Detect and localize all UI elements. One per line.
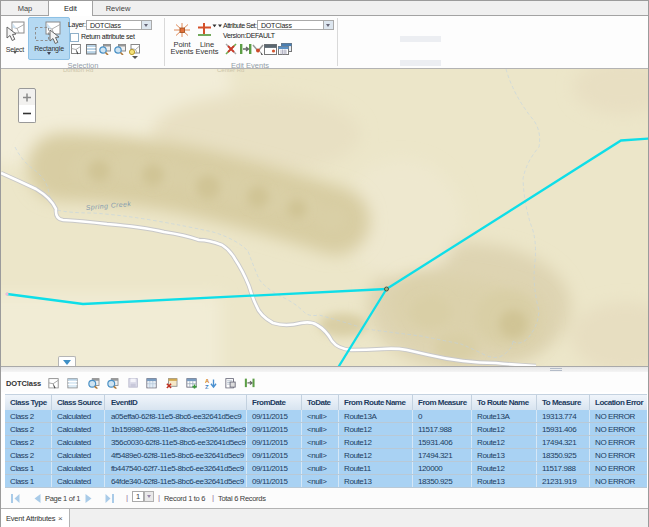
- svg-text:Z: Z: [205, 384, 209, 389]
- svg-text:Center Rd: Center Rd: [217, 69, 244, 73]
- svg-text:Durston Rd: Durston Rd: [63, 69, 93, 73]
